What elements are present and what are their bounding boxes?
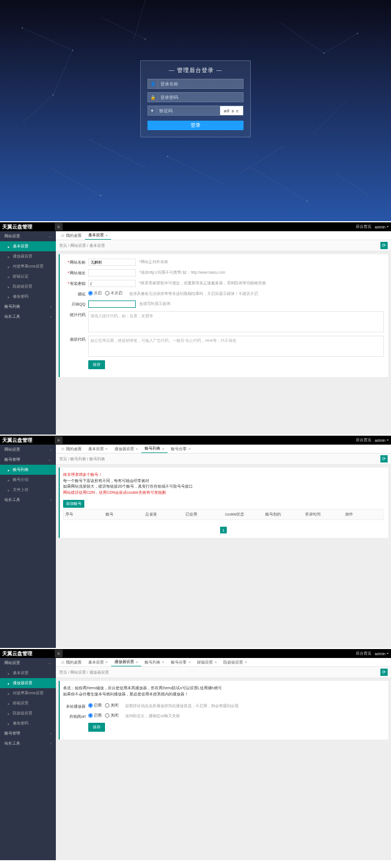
close-icon[interactable]: × (188, 660, 190, 664)
tab[interactable]: 我的桌面 (58, 231, 85, 240)
admin-panel-player: 天翼云盘管理 ≡ 后台首页 admin 网站设置基本设置播放器设置对接苹果cms… (0, 649, 391, 860)
sidebar-item[interactable]: 防盗链设置 (0, 708, 56, 718)
sidebar-item[interactable]: 账号管理 (0, 728, 56, 738)
auto-off[interactable]: 关闭 (105, 713, 118, 718)
input-qq[interactable] (88, 301, 136, 308)
top-msg[interactable]: 后台首页 (356, 224, 371, 230)
close-icon[interactable]: × (136, 660, 138, 664)
password-input[interactable] (158, 93, 243, 102)
svg-point-18 (323, 53, 325, 54)
sidebar-item[interactable]: 对接苹果cms设置 (0, 688, 56, 698)
tab[interactable]: 基本设置× (85, 231, 111, 240)
top-msg[interactable]: 后台首页 (356, 437, 371, 443)
auto-on[interactable]: 启用 (88, 713, 102, 718)
page-1[interactable]: 1 (220, 527, 227, 533)
user-menu[interactable]: admin (375, 652, 389, 656)
debug-off[interactable]: 不开启 (105, 290, 122, 296)
refresh-button[interactable]: ⟳ (380, 669, 388, 676)
tab[interactable]: 我的桌面 (58, 445, 85, 453)
tab[interactable]: 账号分享× (168, 445, 194, 453)
close-icon[interactable]: × (106, 447, 108, 451)
input-key[interactable] (88, 280, 136, 287)
close-icon[interactable]: × (162, 660, 164, 664)
refresh-button[interactable]: ⟳ (380, 455, 388, 462)
captcha-input[interactable] (157, 106, 220, 115)
close-icon[interactable]: × (106, 233, 108, 237)
sidebar-item[interactable]: 基本设置 (0, 668, 56, 678)
tab[interactable]: 防盗链设置× (220, 658, 250, 666)
sidebar-item[interactable]: 文件上传 (0, 485, 56, 495)
breadcrumb: 首页 / 账号列表 / 账号列表 (59, 456, 105, 462)
textarea-end[interactable] (88, 336, 384, 357)
tab[interactable]: 我的桌面 (58, 658, 85, 666)
sidebar-item[interactable]: 网站设置 (0, 658, 56, 668)
local-off[interactable]: 关闭 (105, 703, 118, 708)
sidebar-item[interactable]: 修改密码 (0, 718, 56, 728)
user-icon: 👤 (148, 79, 158, 88)
user-menu[interactable]: admin (375, 225, 389, 229)
sidebar-item[interactable]: 网站设置 (0, 231, 56, 241)
tab[interactable]: 账号分享× (168, 658, 194, 666)
tab[interactable]: 基本设置× (85, 658, 111, 666)
table-col: 操作 (344, 509, 384, 519)
tab[interactable]: 账号列表× (141, 658, 168, 666)
sidebar-item[interactable]: 防盗链设置 (0, 282, 56, 292)
breadcrumb: 首页 / 网站设置 / 基本设置 (59, 243, 105, 249)
user-menu[interactable]: admin (375, 438, 389, 442)
captcha-image[interactable]: a6 s c (220, 106, 243, 115)
sidebar-item[interactable]: 站长工具 (0, 495, 56, 505)
sidebar-item[interactable]: 邮箱设置 (0, 698, 56, 708)
menu-toggle[interactable]: ≡ (55, 223, 63, 231)
refresh-button[interactable]: ⟳ (380, 242, 388, 249)
sidebar-item[interactable]: 账号列表 (0, 465, 56, 475)
textarea-stat[interactable] (88, 311, 384, 332)
close-icon[interactable]: × (214, 660, 217, 664)
svg-point-14 (22, 27, 23, 28)
admin-panel-basic: 天翼云盘管理 ≡ 后台首页 admin 网站设置基本设置播放器设置对接苹果cms… (0, 222, 391, 435)
save-button[interactable]: 保存 (88, 723, 105, 732)
username-input[interactable] (158, 79, 243, 88)
add-account-button[interactable]: 添加账号 (63, 500, 84, 508)
topbar-right: 后台首页 admin (356, 651, 389, 656)
tab[interactable]: 基本设置× (85, 445, 111, 453)
sidebar-item[interactable]: 对接苹果cms设置 (0, 261, 56, 271)
sidebar-item[interactable]: 站长工具 (0, 312, 56, 322)
sidebar-item[interactable]: 账号管理 (0, 455, 56, 465)
tab[interactable]: 账号列表× (141, 445, 168, 453)
sidebar-item[interactable]: 账号列表 (0, 302, 56, 312)
login-button[interactable]: 登录 (147, 121, 244, 130)
label-local-player: 本站播放器 (63, 703, 88, 709)
label-sitename: *网站名称 (63, 259, 88, 265)
sidebar-item[interactable]: 基本设置 (0, 241, 56, 251)
close-icon[interactable]: × (188, 447, 190, 451)
sidebar-item[interactable]: 站长工具 (0, 738, 56, 748)
brand: 天翼云盘管理 (2, 650, 32, 657)
tab[interactable]: 播放器设置× (111, 658, 141, 666)
sidebar-item[interactable]: 账号介绍 (0, 475, 56, 485)
input-sitename[interactable] (88, 259, 136, 266)
save-button[interactable]: 保存 (88, 360, 105, 369)
label-key: *安装密钥 (63, 280, 88, 287)
tab[interactable]: 邮箱设置× (194, 658, 220, 666)
breadcrumb-row: 首页 / 网站设置 / 基本设置 ⟳ (56, 240, 391, 251)
menu-toggle[interactable]: ≡ (55, 436, 63, 444)
menu-toggle[interactable]: ≡ (55, 650, 63, 657)
close-icon[interactable]: × (106, 660, 108, 664)
sidebar-item[interactable]: 播放器设置 (0, 678, 56, 688)
top-msg[interactable]: 后台首页 (356, 651, 371, 656)
tab[interactable]: 播放器设置× (111, 445, 141, 453)
local-on[interactable]: 启用 (88, 703, 102, 708)
input-siteurl[interactable] (88, 269, 136, 276)
hint-qq: 当填写时显示咨询 (139, 301, 384, 307)
sidebar-item[interactable]: 播放器设置 (0, 251, 56, 261)
breadcrumb: 首页 / 网站设置 / 播放器设置 (59, 670, 109, 675)
hint-sitename: *网站正对外名称 (139, 259, 384, 265)
close-icon[interactable]: × (245, 660, 247, 664)
sidebar-item[interactable]: 网站设置 (0, 445, 56, 455)
debug-on[interactable]: 开启 (88, 290, 102, 296)
close-icon[interactable]: × (136, 447, 138, 451)
sidebar-item[interactable]: 修改密码 (0, 292, 56, 302)
sidebar-item[interactable]: 邮箱认证 (0, 271, 56, 282)
close-icon[interactable]: × (162, 447, 164, 451)
tip-line1: 条送：如你周Xerro储放，后台是使用本高播放器，所在周Xerro防试x可以设置… (63, 685, 384, 691)
